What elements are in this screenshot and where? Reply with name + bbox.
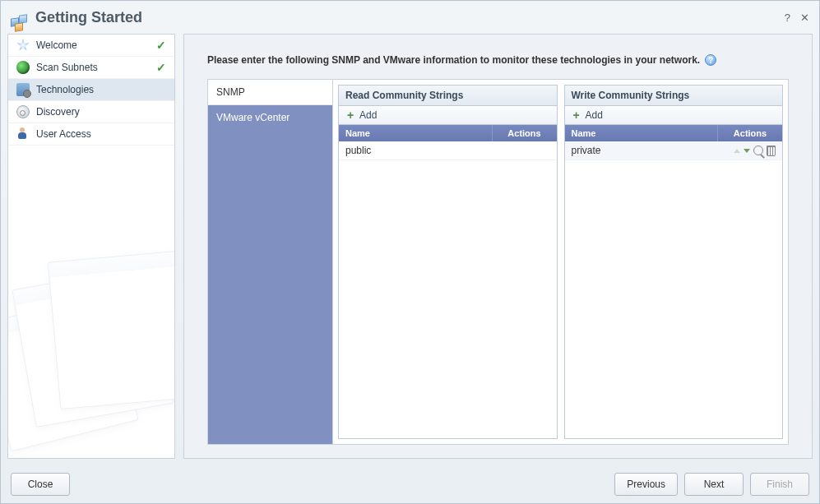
close-button[interactable]: Close [11, 473, 70, 496]
row-name: public [339, 141, 493, 160]
table-row[interactable]: private [565, 141, 783, 160]
table-row[interactable]: public [339, 141, 557, 160]
step-user-access[interactable]: User Access [8, 123, 174, 146]
col-actions: Actions [493, 125, 557, 141]
col-name: Name [339, 125, 493, 141]
app-icon [11, 8, 29, 26]
column-header: Name Actions [339, 125, 557, 141]
check-icon: ✓ [156, 61, 166, 74]
plus-icon: + [572, 110, 581, 120]
read-rows: public [339, 141, 557, 438]
write-rows: private [565, 141, 783, 438]
window-title: Getting Started [35, 9, 775, 26]
write-community-panel: Write Community Strings + Add Name Actio… [564, 85, 784, 439]
wizard-steps-sidebar: Welcome ✓ Scan Subnets ✓ Technologies Di… [7, 34, 175, 459]
panels: Read Community Strings + Add Name Action… [333, 80, 788, 444]
step-technologies[interactable]: Technologies [8, 79, 174, 101]
content-area: SNMP VMware vCenter Read Community Strin… [207, 79, 789, 445]
decorative-background [7, 238, 175, 459]
column-header: Name Actions [565, 125, 783, 141]
instruction-text: Please enter the following SNMP and VMwa… [207, 54, 789, 66]
star-icon [16, 39, 30, 52]
globe-icon [16, 61, 30, 74]
footer: Close Previous Next Finish [1, 465, 819, 503]
add-label: Add [359, 109, 377, 121]
step-label: Technologies [36, 84, 166, 95]
col-actions: Actions [718, 125, 782, 141]
panel-title: Read Community Strings [339, 86, 557, 106]
read-community-panel: Read Community Strings + Add Name Action… [338, 85, 558, 439]
step-label: Welcome [36, 39, 156, 51]
titlebar: Getting Started ? ✕ [1, 1, 819, 34]
delete-icon[interactable] [767, 146, 776, 156]
wizard-window: Getting Started ? ✕ Welcome ✓ Scan Subne… [0, 0, 820, 504]
row-name: private [565, 141, 719, 160]
previous-button[interactable]: Previous [614, 473, 678, 496]
next-button[interactable]: Next [684, 473, 744, 496]
plus-icon: + [345, 110, 355, 120]
step-label: User Access [36, 128, 166, 140]
main-panel: Please enter the following SNMP and VMwa… [183, 34, 813, 459]
row-actions [493, 141, 557, 160]
move-down-icon[interactable] [744, 149, 750, 153]
category-snmp[interactable]: SNMP [208, 80, 332, 105]
row-actions [718, 141, 782, 160]
body: Welcome ✓ Scan Subnets ✓ Technologies Di… [1, 34, 819, 465]
finish-button: Finish [750, 473, 809, 496]
move-up-icon[interactable] [734, 149, 740, 153]
step-discovery[interactable]: Discovery [8, 101, 174, 123]
technologies-icon [16, 83, 30, 96]
user-icon [16, 127, 30, 141]
panel-title: Write Community Strings [565, 86, 783, 106]
category-vmware-vcenter[interactable]: VMware vCenter [208, 105, 332, 444]
close-icon[interactable]: ✕ [800, 12, 809, 24]
info-icon[interactable]: ? [705, 54, 716, 66]
add-label: Add [586, 109, 603, 121]
add-write-string-button[interactable]: + Add [565, 106, 783, 125]
col-name: Name [565, 125, 719, 141]
help-button[interactable]: ? [785, 12, 790, 24]
step-welcome[interactable]: Welcome ✓ [8, 35, 174, 57]
step-label: Discovery [36, 106, 166, 118]
edit-icon[interactable] [753, 146, 763, 155]
step-scan-subnets[interactable]: Scan Subnets ✓ [8, 57, 174, 79]
category-list: SNMP VMware vCenter [208, 80, 333, 444]
instruction-label: Please enter the following SNMP and VMwa… [207, 54, 700, 66]
check-icon: ✓ [156, 39, 166, 52]
step-label: Scan Subnets [36, 62, 156, 73]
add-read-string-button[interactable]: + Add [339, 106, 557, 125]
discovery-icon [16, 105, 30, 118]
